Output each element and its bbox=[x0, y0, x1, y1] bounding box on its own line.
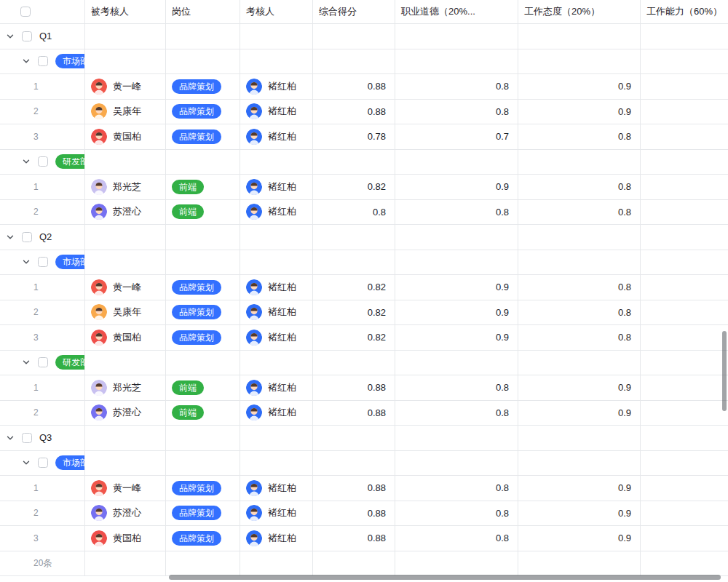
cell-ethics-score[interactable]: 0.9 bbox=[395, 325, 518, 350]
cell-assessee[interactable]: 黄国柏 bbox=[85, 124, 166, 149]
cell-ethics-score[interactable]: 0.8 bbox=[395, 100, 518, 124]
cell-ethics-score[interactable]: 0.7 bbox=[395, 124, 518, 149]
cell-assessee[interactable]: 黄国柏 bbox=[85, 526, 166, 551]
cell-ability[interactable] bbox=[641, 401, 728, 426]
cell-overall-score[interactable]: 0.8 bbox=[313, 200, 395, 225]
column-header-ability[interactable]: 工作能力（60%） bbox=[641, 0, 728, 23]
subgroup-checkbox[interactable] bbox=[38, 357, 48, 367]
cell-ability[interactable] bbox=[641, 100, 728, 124]
cell-position[interactable]: 品牌策划 bbox=[166, 100, 240, 124]
cell-ability[interactable] bbox=[641, 325, 728, 350]
cell-attitude-score[interactable]: 0.8 bbox=[518, 300, 641, 325]
select-all-checkbox[interactable] bbox=[20, 7, 31, 17]
cell-attitude-score[interactable]: 0.8 bbox=[518, 325, 641, 350]
cell-assessee[interactable]: 吴康年 bbox=[85, 300, 166, 325]
cell-ethics-score[interactable]: 0.8 bbox=[395, 526, 518, 551]
cell-attitude-score[interactable]: 0.9 bbox=[518, 526, 641, 551]
cell-overall-score[interactable]: 0.88 bbox=[313, 526, 395, 551]
cell-position[interactable]: 品牌策划 bbox=[166, 325, 240, 350]
cell-overall-score[interactable]: 0.82 bbox=[313, 275, 395, 300]
cell-position[interactable]: 品牌策划 bbox=[166, 275, 240, 300]
collapse-chevron-icon[interactable] bbox=[22, 358, 31, 367]
cell-overall-score[interactable]: 0.88 bbox=[313, 476, 395, 501]
cell-assessee[interactable]: 苏澄心 bbox=[85, 200, 166, 225]
cell-assessee[interactable]: 黄一峰 bbox=[85, 275, 166, 300]
horizontal-scrollbar-thumb[interactable] bbox=[169, 575, 721, 580]
cell-ability[interactable] bbox=[641, 501, 728, 526]
cell-attitude-score[interactable]: 0.8 bbox=[518, 175, 641, 199]
cell-ability[interactable] bbox=[641, 375, 728, 400]
cell-overall-score[interactable]: 0.88 bbox=[313, 401, 395, 426]
cell-ability[interactable] bbox=[641, 74, 728, 99]
group-checkbox[interactable] bbox=[22, 31, 32, 41]
column-header-position[interactable]: 岗位 bbox=[166, 0, 240, 23]
collapse-chevron-icon[interactable] bbox=[22, 258, 31, 266]
cell-attitude-score[interactable]: 0.8 bbox=[518, 124, 641, 149]
cell-assessor[interactable]: 褚红柏 bbox=[240, 175, 313, 199]
group-checkbox[interactable] bbox=[22, 433, 32, 443]
cell-position[interactable]: 品牌策划 bbox=[166, 74, 240, 99]
cell-assessee[interactable]: 黄国柏 bbox=[85, 325, 166, 350]
cell-assessee[interactable]: 黄一峰 bbox=[85, 74, 166, 99]
cell-ethics-score[interactable]: 0.8 bbox=[395, 401, 518, 426]
cell-attitude-score[interactable]: 0.9 bbox=[518, 74, 641, 99]
cell-attitude-score[interactable]: 0.9 bbox=[518, 100, 641, 124]
cell-position[interactable]: 前端 bbox=[166, 175, 240, 199]
cell-ethics-score[interactable]: 0.8 bbox=[395, 74, 518, 99]
cell-attitude-score[interactable]: 0.8 bbox=[518, 200, 641, 225]
cell-position[interactable]: 前端 bbox=[166, 401, 240, 426]
cell-position[interactable]: 前端 bbox=[166, 375, 240, 400]
cell-assessor[interactable]: 褚红柏 bbox=[240, 100, 313, 124]
column-header-assessee[interactable]: 被考核人 bbox=[85, 0, 166, 23]
collapse-chevron-icon[interactable] bbox=[22, 57, 31, 65]
cell-overall-score[interactable]: 0.82 bbox=[313, 175, 395, 199]
collapse-chevron-icon[interactable] bbox=[6, 32, 15, 41]
column-header-ethics[interactable]: 职业道德（20%... bbox=[395, 0, 518, 23]
cell-position[interactable]: 品牌策划 bbox=[166, 476, 240, 501]
cell-overall-score[interactable]: 0.88 bbox=[313, 375, 395, 400]
subgroup-checkbox[interactable] bbox=[38, 156, 48, 167]
cell-assessee[interactable]: 郑光芝 bbox=[85, 175, 166, 199]
cell-position[interactable]: 品牌策划 bbox=[166, 124, 240, 149]
cell-position[interactable]: 品牌策划 bbox=[166, 526, 240, 551]
cell-assessee[interactable]: 苏澄心 bbox=[85, 501, 166, 526]
cell-assessor[interactable]: 褚红柏 bbox=[240, 275, 313, 300]
cell-assessor[interactable]: 褚红柏 bbox=[240, 74, 313, 99]
cell-attitude-score[interactable]: 0.8 bbox=[518, 275, 641, 300]
cell-overall-score[interactable]: 0.82 bbox=[313, 300, 395, 325]
subgroup-checkbox[interactable] bbox=[38, 458, 48, 468]
cell-ethics-score[interactable]: 0.9 bbox=[395, 275, 518, 300]
cell-ability[interactable] bbox=[641, 476, 728, 501]
cell-assessee[interactable]: 郑光芝 bbox=[85, 375, 166, 400]
cell-attitude-score[interactable]: 0.9 bbox=[518, 401, 641, 426]
cell-ability[interactable] bbox=[641, 526, 728, 551]
cell-overall-score[interactable]: 0.88 bbox=[313, 100, 395, 124]
cell-ability[interactable] bbox=[641, 275, 728, 300]
cell-assessor[interactable]: 褚红柏 bbox=[240, 124, 313, 149]
cell-ability[interactable] bbox=[641, 200, 728, 225]
cell-overall-score[interactable]: 0.88 bbox=[313, 501, 395, 526]
group-checkbox[interactable] bbox=[22, 232, 32, 242]
cell-attitude-score[interactable]: 0.9 bbox=[518, 476, 641, 501]
collapse-chevron-icon[interactable] bbox=[22, 458, 31, 467]
cell-ethics-score[interactable]: 0.8 bbox=[395, 476, 518, 501]
cell-assessor[interactable]: 褚红柏 bbox=[240, 375, 313, 400]
cell-position[interactable]: 品牌策划 bbox=[166, 501, 240, 526]
cell-overall-score[interactable]: 0.82 bbox=[313, 325, 395, 350]
cell-assessor[interactable]: 褚红柏 bbox=[240, 300, 313, 325]
column-header-assessor[interactable]: 考核人 bbox=[240, 0, 313, 23]
cell-position[interactable]: 品牌策划 bbox=[166, 300, 240, 325]
collapse-chevron-icon[interactable] bbox=[6, 434, 15, 442]
cell-ethics-score[interactable]: 0.9 bbox=[395, 175, 518, 199]
cell-assessor[interactable]: 褚红柏 bbox=[240, 526, 313, 551]
column-header-attitude[interactable]: 工作态度（20%） bbox=[518, 0, 641, 23]
cell-ethics-score[interactable]: 0.9 bbox=[395, 300, 518, 325]
cell-attitude-score[interactable]: 0.9 bbox=[518, 375, 641, 400]
collapse-chevron-icon[interactable] bbox=[6, 233, 15, 242]
vertical-scrollbar-thumb[interactable] bbox=[722, 331, 727, 411]
cell-assessor[interactable]: 褚红柏 bbox=[240, 501, 313, 526]
cell-assessee[interactable]: 苏澄心 bbox=[85, 401, 166, 426]
cell-ethics-score[interactable]: 0.8 bbox=[395, 501, 518, 526]
subgroup-checkbox[interactable] bbox=[38, 56, 48, 66]
cell-assessee[interactable]: 黄一峰 bbox=[85, 476, 166, 501]
